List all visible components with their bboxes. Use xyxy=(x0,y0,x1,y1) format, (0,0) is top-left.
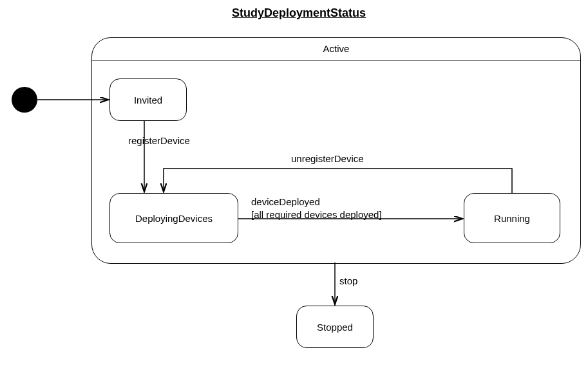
diagram-title: StudyDeploymentStatus xyxy=(232,6,366,20)
state-stopped: Stopped xyxy=(296,306,374,348)
active-superstate-label: Active xyxy=(92,43,580,54)
label-unregister-device: unregisterDevice xyxy=(291,153,364,164)
state-invited-label: Invited xyxy=(134,95,162,106)
label-device-deployed-1: deviceDeployed xyxy=(251,196,320,207)
label-stop: stop xyxy=(339,275,357,286)
state-diagram: StudyDeploymentStatus Active Invited Dep… xyxy=(0,0,588,377)
state-stopped-label: Stopped xyxy=(317,322,353,333)
active-divider xyxy=(92,60,580,60)
state-deploying-devices: DeployingDevices xyxy=(109,193,238,243)
state-running-label: Running xyxy=(494,213,530,224)
initial-state xyxy=(12,87,37,113)
state-invited: Invited xyxy=(109,78,187,121)
state-deploying-label: DeployingDevices xyxy=(135,213,213,224)
label-register-device: registerDevice xyxy=(128,135,190,146)
state-running: Running xyxy=(464,193,560,243)
label-device-deployed-2: [all required devices deployed] xyxy=(251,209,382,220)
